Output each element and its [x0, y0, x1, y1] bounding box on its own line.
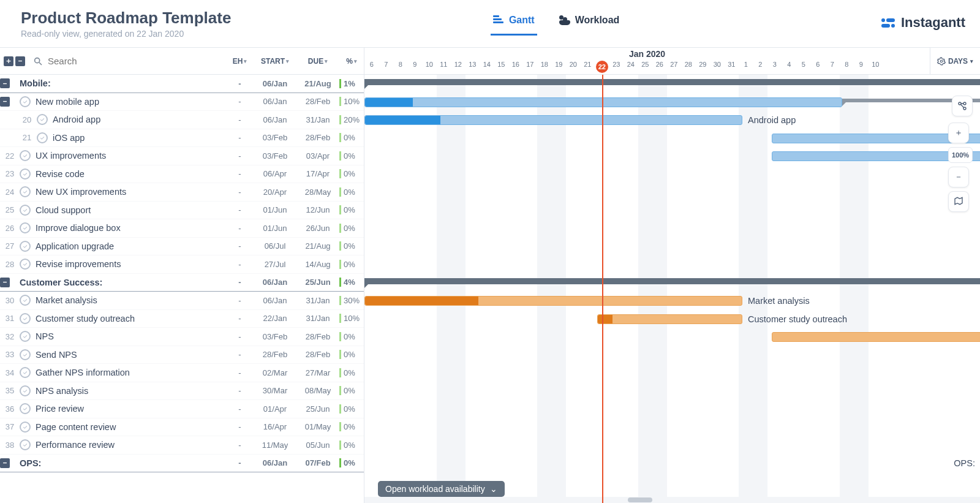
task-bar-progress [365, 116, 440, 124]
task-name[interactable]: Send NPS [36, 350, 226, 360]
task-row[interactable]: 20Android app-06/Jan31/Jan20% [0, 111, 364, 129]
task-name[interactable]: Mobile: [20, 78, 226, 88]
zoom-in-button[interactable]: ＋ [948, 123, 969, 143]
cell-pct: 0% [339, 422, 364, 431]
task-row[interactable]: 32NPS-03/Feb28/Feb0% [0, 328, 364, 346]
task-row[interactable]: 22UX improvements-03/Feb03/Apr0% [0, 147, 364, 165]
gantt-row [364, 147, 980, 165]
task-name[interactable]: Improve dialogue box [36, 223, 226, 233]
collapse-all-button[interactable]: － [15, 56, 25, 66]
task-row[interactable]: －New mobile app-06/Jan28/Feb10% [0, 93, 364, 112]
status-circle-icon[interactable] [20, 96, 31, 107]
task-name[interactable]: Customer study outreach [36, 314, 226, 323]
gantt-rows: Android appMarket analysisCustomer study… [364, 75, 980, 503]
task-bar[interactable]: Customer study outreach [597, 314, 742, 324]
col-eh[interactable]: EH▾ [226, 57, 254, 66]
task-name[interactable]: NPS analysis [36, 386, 226, 396]
task-row[interactable]: 26Improve dialogue box-01/Jun26/Jun0% [0, 219, 364, 238]
dependencies-toggle[interactable] [952, 96, 973, 116]
col-pct[interactable]: %▾ [339, 57, 364, 66]
section-row[interactable]: －Mobile:-06/Jan21/Aug1% [0, 75, 364, 93]
task-name[interactable]: Price review [36, 404, 226, 414]
task-name[interactable]: New mobile app [36, 97, 226, 107]
task-name[interactable]: Performance review [36, 440, 226, 450]
task-row[interactable]: 25Cloud support-01/Jun12/Jun0% [0, 202, 364, 220]
collapse-section-button[interactable]: － [0, 78, 10, 88]
task-bar[interactable] [772, 332, 980, 342]
task-row[interactable]: 24New UX improvements-20/Apr28/May0% [0, 183, 364, 202]
task-row[interactable]: 38Performance review-11/May05/Jun0% [0, 436, 364, 455]
task-name[interactable]: Customer Success: [20, 278, 226, 287]
col-due[interactable]: DUE▾ [296, 57, 339, 66]
task-name[interactable]: Market analysis [36, 295, 226, 305]
minimap-button[interactable] [948, 191, 969, 212]
task-row[interactable]: 35NPS analysis-30/Mar08/May0% [0, 382, 364, 401]
status-circle-icon[interactable] [37, 132, 48, 143]
task-row[interactable]: 33Send NPS-28/Feb28/Feb0% [0, 346, 364, 365]
search-input[interactable] [48, 56, 134, 66]
task-name[interactable]: Cloud support [36, 205, 226, 215]
status-circle-icon[interactable] [20, 241, 31, 252]
status-circle-icon[interactable] [20, 331, 31, 342]
task-row[interactable]: 23Revise code-06/Apr17/Apr0% [0, 165, 364, 184]
status-circle-icon[interactable] [20, 168, 31, 180]
task-row[interactable]: 28Revise improvements-27/Jul14/Aug0% [0, 255, 364, 274]
status-circle-icon[interactable] [20, 422, 31, 433]
status-circle-icon[interactable] [20, 186, 31, 197]
task-name[interactable]: OPS: [20, 458, 226, 468]
zoom-level[interactable]: 100% [948, 147, 973, 163]
status-circle-icon[interactable] [37, 114, 48, 125]
task-bar[interactable]: Android app [364, 115, 742, 125]
task-name[interactable]: Gather NPS information [36, 368, 226, 377]
status-circle-icon[interactable] [20, 367, 31, 378]
horizontal-scrollbar[interactable] [364, 497, 980, 503]
scrollbar-thumb[interactable] [628, 497, 652, 502]
task-row[interactable]: 27Application upgrade-06/Jul21/Aug0% [0, 238, 364, 256]
collapse-task-button[interactable]: － [0, 97, 10, 107]
task-name[interactable]: UX improvements [36, 151, 226, 161]
section-bar[interactable] [364, 79, 980, 85]
status-circle-icon[interactable] [20, 259, 31, 270]
search-field[interactable] [33, 56, 226, 66]
collapse-section-button[interactable]: － [0, 278, 10, 287]
section-row[interactable]: －Customer Success:-06/Jan25/Jun4% [0, 274, 364, 292]
day-cell: 11 [437, 61, 451, 73]
zoom-out-button[interactable]: － [948, 167, 969, 187]
task-row[interactable]: 21iOS app-03/Feb28/Feb0% [0, 129, 364, 148]
status-circle-icon[interactable] [20, 403, 31, 414]
task-row[interactable]: 37Page content review-16/Apr01/May0% [0, 418, 364, 437]
open-workload-button[interactable]: Open workload availability ⌄ [378, 481, 505, 497]
scale-picker[interactable]: DAYS ▾ [930, 48, 980, 74]
task-row[interactable]: 30Market analysis-06/Jan31/Jan30% [0, 292, 364, 310]
task-name[interactable]: Android app [53, 115, 226, 124]
status-circle-icon[interactable] [20, 313, 31, 324]
task-bar[interactable]: Market analysis [364, 296, 742, 306]
task-name[interactable]: NPS [36, 331, 226, 341]
col-start[interactable]: START▾ [254, 57, 296, 66]
brand[interactable]: Instagantt [881, 7, 965, 31]
status-circle-icon[interactable] [20, 205, 31, 216]
status-circle-icon[interactable] [20, 385, 31, 396]
status-circle-icon[interactable] [20, 349, 31, 360]
status-circle-icon[interactable] [20, 222, 31, 233]
task-row[interactable]: 31Customer study outreach-22/Jan31/Jan10… [0, 310, 364, 328]
section-bar[interactable] [364, 278, 980, 284]
task-name[interactable]: Application upgrade [36, 241, 226, 251]
gantt-area[interactable]: Android appMarket analysisCustomer study… [364, 75, 980, 503]
task-name[interactable]: Page content review [36, 422, 226, 432]
status-circle-icon[interactable] [20, 439, 31, 450]
expand-all-button[interactable]: ＋ [4, 56, 13, 66]
task-name[interactable]: New UX improvements [36, 187, 226, 197]
status-circle-icon[interactable] [20, 150, 31, 161]
tab-workload[interactable]: Workload [559, 15, 620, 36]
status-circle-icon[interactable] [20, 295, 31, 306]
tab-gantt[interactable]: Gantt [493, 15, 535, 36]
task-name[interactable]: iOS app [53, 133, 226, 143]
task-row[interactable]: 34Gather NPS information-02/Mar27/Mar0% [0, 364, 364, 382]
task-row[interactable]: 36Price review-01/Apr25/Jun0% [0, 400, 364, 418]
section-row[interactable]: －OPS:-06/Jan07/Feb0% [0, 455, 364, 473]
task-name[interactable]: Revise improvements [36, 259, 226, 269]
collapse-section-button[interactable]: － [0, 458, 10, 468]
task-bar[interactable] [364, 97, 842, 107]
task-name[interactable]: Revise code [36, 169, 226, 179]
